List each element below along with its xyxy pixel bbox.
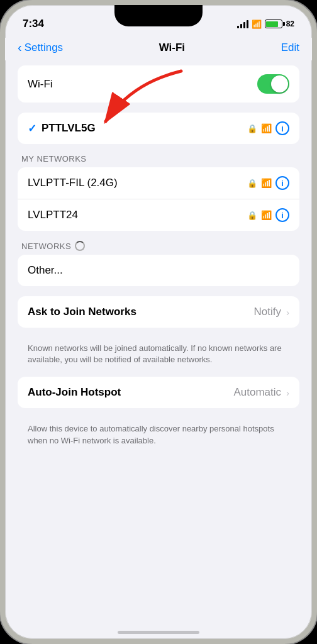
page-title: Wi-Fi bbox=[159, 42, 185, 54]
ask-to-join-description: Known networks will be joined automatica… bbox=[18, 338, 299, 374]
other-network-card: Other... bbox=[18, 255, 299, 286]
wifi-toggle[interactable] bbox=[257, 74, 289, 94]
networks-section: NETWORKS Other... bbox=[18, 241, 299, 286]
signal-icon bbox=[237, 19, 248, 28]
ask-to-join-label: Ask to Join Networks bbox=[28, 306, 136, 318]
chevron-left-icon: ‹ bbox=[18, 41, 22, 53]
back-button[interactable]: ‹ Settings bbox=[18, 42, 63, 54]
nav-bar: ‹ Settings Wi-Fi Edit bbox=[5, 38, 312, 60]
wifi-signal-1: 📶 bbox=[261, 210, 272, 220]
content-area: Wi-Fi ✓ PTTLVL5G 🔒 📶 i bbox=[5, 60, 312, 455]
other-network-row[interactable]: Other... bbox=[18, 255, 299, 286]
notch bbox=[114, 5, 203, 26]
network-row-1[interactable]: LVLPTT24 🔒 📶 i bbox=[18, 199, 299, 231]
wifi-toggle-card: Wi-Fi bbox=[18, 65, 299, 103]
status-icons: 📶 82 bbox=[237, 19, 294, 29]
connected-network-card: ✓ PTTLVL5G 🔒 📶 i bbox=[18, 113, 299, 144]
status-time: 7:34 bbox=[23, 18, 44, 30]
auto-join-label: Auto-Join Hotspot bbox=[28, 386, 121, 399]
edit-button[interactable]: Edit bbox=[281, 42, 299, 54]
phone-frame: 7:34 📶 82 ‹ Settings Wi-Fi Edit W bbox=[0, 0, 317, 644]
wifi-signal-0: 📶 bbox=[261, 178, 272, 188]
toggle-knob bbox=[271, 75, 288, 92]
auto-join-card: Auto-Join Hotspot Automatic › bbox=[18, 377, 299, 408]
checkmark-icon: ✓ bbox=[28, 122, 36, 135]
ask-to-join-row[interactable]: Ask to Join Networks Notify › bbox=[18, 296, 299, 328]
auto-join-row[interactable]: Auto-Join Hotspot Automatic › bbox=[18, 377, 299, 408]
lock-icon-1: 🔒 bbox=[247, 211, 257, 220]
networks-header: NETWORKS bbox=[18, 241, 299, 255]
wifi-status-icon: 📶 bbox=[252, 19, 262, 29]
info-button[interactable]: i bbox=[275, 121, 289, 135]
my-networks-header: MY NETWORKS bbox=[18, 154, 299, 167]
info-button-1[interactable]: i bbox=[275, 208, 289, 222]
auto-join-right: Automatic › bbox=[233, 386, 289, 399]
info-button-0[interactable]: i bbox=[275, 176, 289, 190]
my-networks-section: MY NETWORKS LVLPTT-FIL (2.4G) 🔒 📶 i LVLP… bbox=[18, 154, 299, 231]
network-name-1: LVLPTT24 bbox=[28, 209, 78, 221]
connected-network-row[interactable]: ✓ PTTLVL5G 🔒 📶 i bbox=[18, 113, 299, 144]
network-icons-0: 🔒 📶 i bbox=[247, 176, 289, 190]
my-networks-card: LVLPTT-FIL (2.4G) 🔒 📶 i LVLPTT24 🔒 📶 i bbox=[18, 167, 299, 231]
network-row-0[interactable]: LVLPTT-FIL (2.4G) 🔒 📶 i bbox=[18, 167, 299, 199]
chevron-right-icon: › bbox=[286, 307, 289, 318]
chevron-right-icon-2: › bbox=[286, 387, 289, 398]
lock-icon-0: 🔒 bbox=[247, 179, 257, 188]
network-icons-1: 🔒 📶 i bbox=[247, 208, 289, 222]
back-label: Settings bbox=[25, 42, 63, 54]
ask-to-join-card: Ask to Join Networks Notify › bbox=[18, 296, 299, 328]
auto-join-description: Allow this device to automatically disco… bbox=[18, 418, 299, 455]
battery-icon: 82 bbox=[265, 19, 294, 28]
home-indicator bbox=[118, 631, 199, 634]
battery-percent: 82 bbox=[286, 19, 294, 28]
other-label: Other... bbox=[28, 264, 63, 277]
network-name-0: LVLPTT-FIL (2.4G) bbox=[28, 177, 118, 189]
auto-join-value: Automatic bbox=[233, 386, 281, 399]
lock-icon: 🔒 bbox=[247, 124, 257, 133]
ask-to-join-value: Notify bbox=[254, 306, 281, 318]
wifi-signal-icon: 📶 bbox=[261, 123, 272, 133]
connected-network-name: PTTLVL5G bbox=[42, 122, 247, 135]
wifi-toggle-row[interactable]: Wi-Fi bbox=[18, 65, 299, 103]
ask-to-join-right: Notify › bbox=[254, 306, 289, 318]
wifi-label: Wi-Fi bbox=[28, 78, 53, 91]
loading-spinner bbox=[75, 241, 85, 251]
connected-network-icons: 🔒 📶 i bbox=[247, 121, 289, 135]
